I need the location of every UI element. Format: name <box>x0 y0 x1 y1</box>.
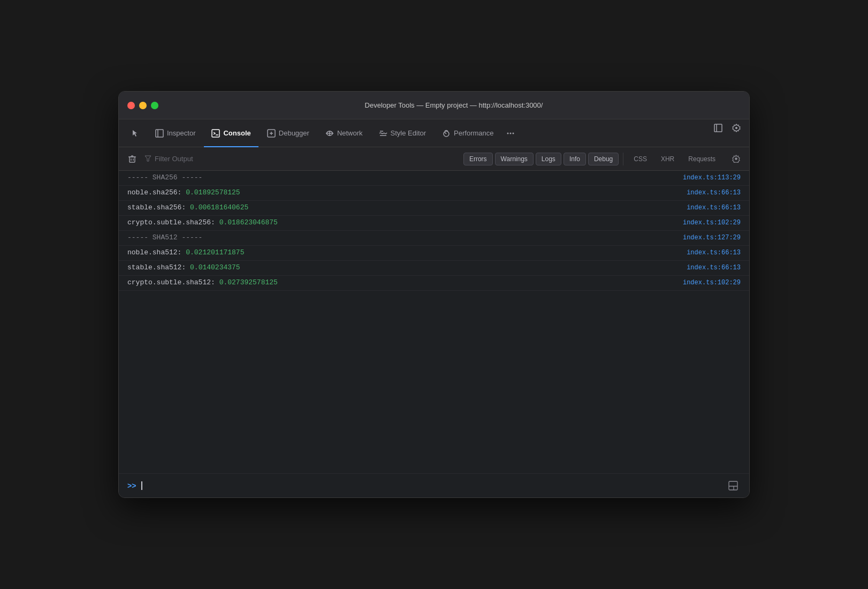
style-editor-label: Style Editor <box>391 129 426 137</box>
console-content: stable.sha512: 0.0140234375 <box>127 263 678 271</box>
more-tabs-button[interactable] <box>502 119 519 147</box>
gear-icon <box>732 155 740 163</box>
filter-requests-button[interactable]: Requests <box>682 153 721 165</box>
style-editor-icon <box>379 129 387 138</box>
settings-button[interactable] <box>728 119 745 137</box>
console-source[interactable]: index.ts:127:29 <box>683 234 741 241</box>
minimize-button[interactable] <box>139 102 147 109</box>
console-content: crypto.subtle.sha512: 0.027392578125 <box>127 278 674 286</box>
performance-label: Performance <box>454 129 493 137</box>
console-content: ----- SHA256 ----- <box>127 173 674 182</box>
console-source[interactable]: index.ts:102:29 <box>683 279 741 286</box>
svg-rect-17 <box>130 157 135 162</box>
console-row: ----- SHA256 -----index.ts:113:29 <box>119 171 749 186</box>
console-source[interactable]: index.ts:66:13 <box>687 264 741 271</box>
console-row: stable.sha256: 0.006181640625index.ts:66… <box>119 201 749 216</box>
inspector-icon <box>155 129 164 138</box>
svg-point-11 <box>507 132 509 134</box>
filter-info-button[interactable]: Info <box>564 153 586 165</box>
console-icon <box>211 129 220 138</box>
console-output[interactable]: ----- SHA256 -----index.ts:113:29noble.s… <box>119 171 749 473</box>
expand-console-button[interactable] <box>726 478 741 493</box>
console-content: noble.sha512: 0.021201171875 <box>127 248 678 256</box>
filter-xhr-button[interactable]: XHR <box>655 153 680 165</box>
clear-console-button[interactable] <box>124 151 140 167</box>
toolbar: Inspector Console Debugger <box>119 119 749 147</box>
tab-inspector[interactable]: Inspector <box>148 120 203 147</box>
filter-errors-button[interactable]: Errors <box>463 153 493 165</box>
network-icon <box>325 129 334 138</box>
expand-icon <box>728 481 738 490</box>
filter-buttons: Errors Warnings Logs Info Debug CSS XHR … <box>463 153 721 165</box>
inspector-label: Inspector <box>167 129 195 137</box>
console-content: crypto.subtle.sha256: 0.018623046875 <box>127 218 674 226</box>
console-prompt: >> <box>127 481 136 490</box>
console-content: stable.sha256: 0.006181640625 <box>127 203 678 212</box>
tab-debugger[interactable]: Debugger <box>260 120 317 147</box>
console-row: noble.sha512: 0.021201171875index.ts:66:… <box>119 246 749 261</box>
title-bar: Developer Tools — Empty project — http:/… <box>119 92 749 119</box>
devtools-window: Developer Tools — Empty project — http:/… <box>118 91 750 498</box>
svg-rect-23 <box>729 481 737 490</box>
close-button[interactable] <box>127 102 135 109</box>
filter-input[interactable] <box>155 155 359 163</box>
svg-point-12 <box>510 132 512 134</box>
performance-icon <box>442 129 451 138</box>
console-input-row: >> <box>119 473 749 497</box>
console-row: stable.sha512: 0.0140234375index.ts:66:1… <box>119 261 749 276</box>
console-content: ----- SHA512 ----- <box>127 233 674 241</box>
settings-icon <box>732 124 741 132</box>
tab-pointer[interactable] <box>123 120 147 147</box>
svg-point-16 <box>735 127 737 129</box>
svg-rect-0 <box>156 130 163 137</box>
console-row: crypto.subtle.sha512: 0.027392578125inde… <box>119 276 749 291</box>
svg-marker-22 <box>145 156 151 161</box>
console-cursor <box>141 481 142 490</box>
filter-input-container <box>144 155 359 163</box>
filter-warnings-button[interactable]: Warnings <box>495 153 534 165</box>
console-row: ----- SHA512 -----index.ts:127:29 <box>119 231 749 246</box>
console-row: crypto.subtle.sha256: 0.018623046875inde… <box>119 216 749 231</box>
window-title: Developer Tools — Empty project — http:/… <box>167 101 741 109</box>
dock-icon <box>714 124 722 132</box>
console-source[interactable]: index.ts:66:13 <box>687 189 741 197</box>
network-label: Network <box>337 129 363 137</box>
filter-divider <box>623 153 623 165</box>
tab-network[interactable]: Network <box>318 120 370 147</box>
filter-css-button[interactable]: CSS <box>628 153 653 165</box>
trash-icon <box>128 155 136 163</box>
console-source[interactable]: index.ts:102:29 <box>683 219 741 226</box>
console-source[interactable]: index.ts:66:13 <box>687 249 741 256</box>
console-settings-button[interactable] <box>728 151 744 167</box>
filter-debug-button[interactable]: Debug <box>588 153 619 165</box>
console-source[interactable]: index.ts:66:13 <box>687 204 741 212</box>
tab-performance[interactable]: Performance <box>435 120 501 147</box>
filter-icon <box>144 155 151 162</box>
filter-logs-button[interactable]: Logs <box>536 153 561 165</box>
console-source[interactable]: index.ts:113:29 <box>683 174 741 182</box>
console-content: noble.sha256: 0.01892578125 <box>127 188 678 197</box>
more-tabs-icon <box>506 129 515 138</box>
svg-point-13 <box>513 132 514 134</box>
console-label: Console <box>223 129 250 137</box>
debugger-label: Debugger <box>279 129 309 137</box>
filter-bar: Errors Warnings Logs Info Debug CSS XHR … <box>119 147 749 171</box>
svg-point-9 <box>444 131 449 137</box>
debugger-icon <box>267 129 276 138</box>
tab-style-editor[interactable]: Style Editor <box>371 120 433 147</box>
console-row: noble.sha256: 0.01892578125index.ts:66:1… <box>119 186 749 201</box>
pointer-icon <box>131 129 139 138</box>
traffic-lights <box>127 102 158 109</box>
tab-console[interactable]: Console <box>204 120 258 147</box>
maximize-button[interactable] <box>151 102 158 109</box>
svg-line-10 <box>445 132 446 134</box>
svg-rect-14 <box>714 124 722 132</box>
dock-button[interactable] <box>710 119 727 137</box>
